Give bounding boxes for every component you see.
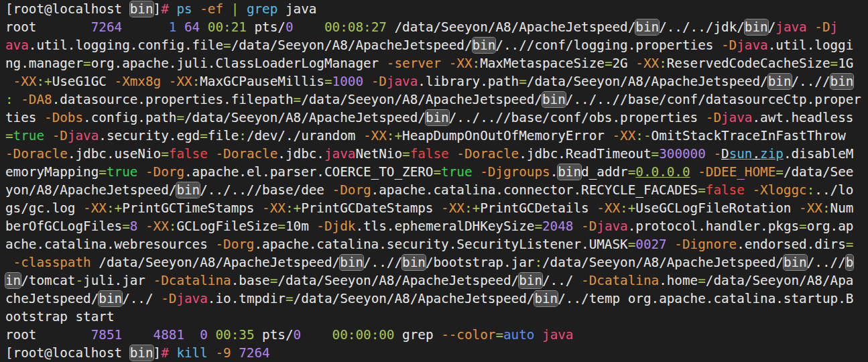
terminal-text-segment: file: [208, 128, 239, 143]
terminal-text-segment: -Doracle: [215, 146, 277, 162]
terminal-text-segment: [44, 128, 52, 143]
terminal-text-segment: PrintGCTimeStamps: [122, 200, 262, 216]
terminal-text-segment: =: [698, 273, 706, 288]
terminal-text-segment: -XX: [613, 128, 636, 143]
terminal-text-segment: true: [441, 164, 472, 180]
terminal-text-segment: [441, 56, 449, 71]
terminal-text-segment: -D: [706, 110, 721, 125]
terminal-text-segment: /data/Seeyon/A8/ApacheJetspeed/: [301, 92, 542, 107]
terminal-text-segment: GCLogFileSize: [176, 219, 277, 234]
terminal-text-segment: j: [830, 19, 839, 35]
terminal-text-segment: [690, 164, 698, 180]
terminal-text-segment: [5, 74, 13, 89]
terminal-text-segment: :: [192, 74, 200, 89]
terminal-text-segment: .datasource.properties.filepath: [52, 92, 294, 107]
terminal-text-segment: [301, 327, 332, 343]
terminal-text-segment: 64: [184, 19, 200, 35]
terminal-text-segment: [137, 219, 145, 234]
terminal-text-segment: MaxGCPauseMillis: [200, 74, 324, 89]
terminal-text-segment: -Xloggc: [752, 182, 806, 198]
terminal-text-segment: HeapDumpOnOutOfMemoryError: [402, 128, 612, 143]
terminal-line: in/tomcat-juli.jar -Dcatalina.base=/data…: [5, 272, 868, 290]
terminal-text-segment: =: [294, 92, 302, 107]
terminal-text-segment: grep: [394, 327, 441, 343]
terminal-text-segment: [807, 19, 815, 35]
terminal-text-segment: berOfGCLogFiles: [5, 219, 122, 234]
search-highlight: bin: [784, 255, 807, 270]
terminal-line: =true -Djava.security.egd=file:/dev/./ur…: [5, 127, 868, 145]
search-highlight: in: [5, 273, 21, 288]
terminal-text-segment: -XX: [83, 200, 107, 216]
terminal-text-segment: =: [846, 237, 854, 252]
terminal-text-segment: /data/Seeyon/A8/ApacheJetspeed/: [527, 74, 768, 89]
terminal-text-segment: yon/A8/ApacheJetspeed/: [5, 182, 176, 198]
terminal-text-segment: cheJetspeed/: [5, 291, 99, 306]
terminal-text-segment: /data/Seeyon/A8/ApacheJetspeed/: [91, 255, 340, 270]
terminal-text-segment: 7851: [91, 327, 122, 343]
terminal[interactable]: [root@localhost bin]# ps -ef | grep java…: [0, 0, 868, 362]
terminal-line: berOfGCLogFiles=8 -XX:GCLogFileSize=10m …: [5, 217, 868, 235]
terminal-text-segment: -XX: [262, 200, 286, 216]
terminal-text-segment: .apache.catalina.security.SecurityListen…: [254, 237, 627, 252]
terminal-text-segment: =: [223, 38, 231, 53]
search-highlight: bin: [130, 1, 153, 17]
terminal-text-segment: -XX: [441, 200, 464, 216]
terminal-text-segment: [122, 327, 153, 343]
terminal-text-segment: [5, 255, 13, 270]
terminal-text-segment: -DDEE_HOME: [698, 164, 776, 180]
terminal-text-segment: -Djgroups: [480, 164, 550, 180]
terminal-text-segment: /data/Seeyon/A8/ApacheJetspeed/: [184, 110, 426, 125]
terminal-text-segment: 00:00:00: [332, 327, 395, 343]
terminal-text-segment: ootstrap start: [5, 309, 115, 324]
search-highlight: bin: [473, 38, 496, 53]
terminal-text-segment: :: [107, 200, 115, 216]
terminal-text-segment: 4881: [153, 327, 184, 343]
terminal-text-segment: 7264: [239, 345, 269, 361]
terminal-text-segment: false: [169, 146, 208, 162]
terminal-text-segment: D: [721, 146, 729, 162]
terminal-text-segment: UseGCLogFileRotation: [635, 200, 799, 216]
terminal-text-segment: [449, 146, 457, 162]
search-highlight: bin: [745, 19, 768, 35]
terminal-text-segment: :: [36, 74, 44, 89]
terminal-text-segment: java: [176, 291, 207, 306]
terminal-text-segment: [239, 1, 247, 17]
terminal-text-segment: Num: [830, 200, 854, 216]
terminal-text-segment: [208, 345, 216, 361]
terminal-text-segment: -XX: [635, 56, 659, 71]
search-highlight: bin: [340, 255, 363, 270]
terminal-text-segment: .util.loggi: [768, 38, 854, 53]
terminal-text-segment: .config.path: [83, 110, 176, 125]
terminal-text-segment: =: [286, 291, 294, 306]
terminal-text-segment: 1000: [332, 74, 363, 89]
terminal-text-segment: ps: [176, 1, 192, 17]
terminal-line: ava.util.logging.config.file=/data/Seeyo…: [5, 36, 868, 54]
terminal-text-segment: -D: [581, 219, 597, 234]
terminal-text-segment: 00:08:27: [324, 19, 387, 35]
terminal-text-segment: [root@localhost: [5, 345, 130, 361]
terminal-text-segment: -Doracle: [456, 146, 519, 162]
terminal-line: [root@localhost bin]# kill -9 7264: [5, 344, 868, 362]
terminal-text-segment: .protocol.handler.pkgs: [628, 219, 799, 234]
terminal-line: ootstrap start: [5, 308, 868, 326]
terminal-text-segment: org.ap: [807, 219, 854, 234]
terminal-line: root 7851 4881 0 00:35 pts/0 00:00:00 gr…: [5, 326, 868, 344]
terminal-text-segment: -classpath: [13, 255, 91, 270]
terminal-text-segment: :: [659, 56, 667, 71]
terminal-text-segment: 0: [294, 327, 302, 343]
search-highlight: bin: [534, 291, 558, 306]
terminal-text-segment: 2G: [612, 56, 635, 71]
terminal-text-segment: /../: [122, 291, 161, 306]
terminal-text-segment: 0.0.0.0: [635, 164, 690, 180]
terminal-text-segment: /data/Seeyon/A8/ApacheJetspeed/: [542, 255, 784, 270]
terminal-text-segment: 8: [130, 219, 138, 234]
terminal-text-segment: sun: [729, 146, 753, 162]
terminal-line: -classpath /data/Seeyon/A8/ApacheJetspee…: [5, 253, 868, 272]
terminal-text-segment: -XX: [169, 74, 192, 89]
terminal-text-segment: =: [83, 56, 91, 71]
terminal-text-segment: true: [13, 128, 44, 143]
terminal-text-segment: =: [628, 237, 636, 252]
search-highlight: bin: [558, 164, 581, 180]
terminal-text-segment: =: [698, 182, 706, 198]
terminal-text-segment: =: [495, 327, 503, 343]
